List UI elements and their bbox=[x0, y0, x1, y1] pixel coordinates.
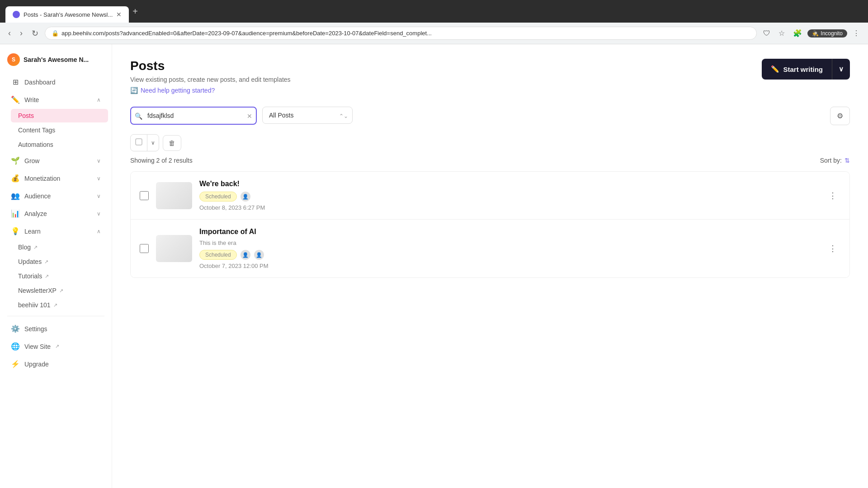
search-clear-button[interactable]: ✕ bbox=[247, 113, 252, 120]
tab-favicon bbox=[13, 11, 20, 18]
filter-select[interactable]: All Posts Published Draft Scheduled Arch… bbox=[262, 107, 353, 124]
sidebar-item-write[interactable]: ✏️ Write ∧ bbox=[4, 91, 108, 108]
sidebar-item-beehiiv101[interactable]: beehiiv 101 ↗ bbox=[11, 298, 108, 312]
sidebar-item-content-tags[interactable]: Content Tags bbox=[11, 123, 108, 137]
post-title-1[interactable]: We're back! bbox=[199, 180, 818, 188]
columns-filter-button[interactable]: ⚙ bbox=[830, 107, 850, 125]
viewsite-icon: 🌐 bbox=[11, 342, 20, 351]
sidebar-item-audience[interactable]: 👥 Audience ∨ bbox=[4, 188, 108, 204]
sidebar-item-upgrade[interactable]: ⚡ Upgrade bbox=[4, 356, 108, 372]
sidebar-item-tutorials[interactable]: Tutorials ↗ bbox=[11, 269, 108, 283]
status-badge-2: Scheduled bbox=[199, 250, 237, 260]
sidebar-item-dashboard[interactable]: ⊞ Dashboard bbox=[4, 74, 108, 90]
write-arrow-icon: ∧ bbox=[97, 97, 101, 103]
post-date-1: October 8, 2023 6:27 PM bbox=[199, 204, 818, 211]
sidebar-label-learn: Learn bbox=[24, 228, 41, 235]
page-header: Posts View existing posts, create new po… bbox=[130, 59, 850, 94]
sidebar-item-blog[interactable]: Blog ↗ bbox=[11, 240, 108, 254]
incognito-icon: 🕵 bbox=[812, 30, 819, 37]
post-checkbox-2[interactable] bbox=[140, 244, 149, 253]
sort-icon: ⇅ bbox=[844, 157, 850, 164]
sidebar-item-settings[interactable]: ⚙️ Settings bbox=[4, 320, 108, 337]
sidebar-label-settings: Settings bbox=[24, 325, 47, 333]
help-link[interactable]: 🔄 Need help getting started? bbox=[130, 87, 291, 94]
learn-icon: 💡 bbox=[11, 227, 20, 235]
search-input[interactable] bbox=[130, 107, 257, 125]
audience-icon-2b[interactable]: 👤 bbox=[254, 250, 264, 260]
lock-icon: 🔒 bbox=[52, 30, 59, 37]
sidebar-item-automations[interactable]: Automations bbox=[11, 138, 108, 151]
help-text: Need help getting started? bbox=[141, 87, 215, 94]
brand-name: Sarah's Awesome N... bbox=[24, 56, 89, 63]
app-container: S Sarah's Awesome N... ⊞ Dashboard ✏️ Wr… bbox=[0, 44, 868, 488]
menu-button[interactable]: ⋮ bbox=[850, 27, 863, 39]
bookmark-icon[interactable]: ☆ bbox=[776, 27, 788, 39]
sidebar-label-updates: Updates bbox=[18, 258, 42, 265]
sidebar-item-grow[interactable]: 🌱 Grow ∨ bbox=[4, 152, 108, 169]
filter-select-wrap: All Posts Published Draft Scheduled Arch… bbox=[262, 107, 353, 125]
brand-section: S Sarah's Awesome N... bbox=[0, 50, 112, 73]
results-bar: Showing 2 of 2 results Sort by: ⇅ bbox=[130, 157, 850, 164]
page-title: Posts bbox=[130, 59, 291, 73]
checkbox-dropdown-arrow-icon[interactable]: ∨ bbox=[147, 136, 159, 150]
audience-icon: 👥 bbox=[11, 192, 20, 200]
status-badge-1: Scheduled bbox=[199, 192, 237, 202]
post-thumb-image-2 bbox=[156, 235, 192, 262]
columns-icon: ⚙ bbox=[837, 112, 843, 120]
audience-icon-2a[interactable]: 👤 bbox=[241, 250, 250, 260]
select-all-checkbox[interactable] bbox=[131, 135, 147, 151]
post-menu-button-2[interactable]: ⋮ bbox=[825, 242, 840, 255]
sidebar-item-learn[interactable]: 💡 Learn ∧ bbox=[4, 223, 108, 239]
address-bar[interactable]: 🔒 app.beehiiv.com/posts?advancedEnabled=… bbox=[45, 27, 757, 40]
tutorials-external-icon: ↗ bbox=[45, 273, 49, 279]
sidebar-item-monetization[interactable]: 💰 Monetization ∨ bbox=[4, 170, 108, 187]
sort-button[interactable]: Sort by: ⇅ bbox=[820, 157, 850, 164]
refresh-button[interactable]: ↻ bbox=[29, 27, 41, 40]
start-writing-button[interactable]: ✏️ Start writing ∨ bbox=[762, 59, 850, 80]
forward-button[interactable]: › bbox=[17, 27, 25, 40]
help-icon: 🔄 bbox=[130, 87, 138, 94]
sidebar-label-blog: Blog bbox=[18, 244, 31, 251]
grow-icon: 🌱 bbox=[11, 156, 20, 165]
sidebar-label-audience: Audience bbox=[24, 192, 51, 200]
viewsite-external-icon: ↗ bbox=[55, 343, 59, 349]
sidebar-item-updates[interactable]: Updates ↗ bbox=[11, 255, 108, 268]
list-toolbar: ∨ 🗑 bbox=[130, 134, 850, 151]
url-text: app.beehiiv.com/posts?advancedEnabled=0&… bbox=[61, 30, 750, 37]
sidebar-label-upgrade: Upgrade bbox=[24, 361, 49, 368]
newsletterxp-external-icon: ↗ bbox=[59, 288, 63, 294]
pencil-icon: ✏️ bbox=[771, 65, 779, 73]
post-date-2: October 7, 2023 12:00 PM bbox=[199, 263, 818, 269]
sidebar: S Sarah's Awesome N... ⊞ Dashboard ✏️ Wr… bbox=[0, 44, 112, 488]
back-button[interactable]: ‹ bbox=[5, 27, 14, 40]
checkbox-dropdown[interactable]: ∨ bbox=[130, 134, 159, 151]
new-tab-button[interactable]: + bbox=[129, 5, 142, 19]
delete-button[interactable]: 🗑 bbox=[163, 135, 181, 151]
incognito-badge: 🕵 Incognito bbox=[807, 29, 847, 38]
tab-close-button[interactable]: ✕ bbox=[116, 11, 122, 18]
post-menu-button-1[interactable]: ⋮ bbox=[825, 189, 840, 202]
browser-tabs: Posts - Sarah's Awesome Newsl... ✕ + bbox=[5, 0, 142, 23]
sidebar-label-monetization: Monetization bbox=[24, 175, 60, 182]
grow-arrow-icon: ∨ bbox=[97, 158, 101, 164]
active-tab[interactable]: Posts - Sarah's Awesome Newsl... ✕ bbox=[5, 6, 129, 23]
trash-icon: 🗑 bbox=[169, 139, 175, 147]
results-count: Showing 2 of 2 results bbox=[130, 157, 193, 164]
sidebar-divider bbox=[7, 316, 104, 316]
sidebar-item-posts[interactable]: Posts bbox=[11, 109, 108, 122]
sidebar-item-newsletterxp[interactable]: NewsletterXP ↗ bbox=[11, 284, 108, 297]
sidebar-label-analyze: Analyze bbox=[24, 210, 47, 217]
audience-arrow-icon: ∨ bbox=[97, 193, 101, 199]
audience-icon-1[interactable]: 👤 bbox=[241, 192, 250, 202]
brand-logo: S bbox=[7, 53, 20, 66]
post-title-2[interactable]: Importance of AI bbox=[199, 228, 818, 236]
extension-icon[interactable]: 🧩 bbox=[790, 27, 805, 39]
start-writing-chevron-icon[interactable]: ∨ bbox=[832, 59, 850, 80]
sidebar-label-automations: Automations bbox=[18, 141, 53, 148]
sidebar-item-analyze[interactable]: 📊 Analyze ∨ bbox=[4, 205, 108, 222]
sidebar-item-viewsite[interactable]: 🌐 View Site ↗ bbox=[4, 338, 108, 355]
post-checkbox-1[interactable] bbox=[140, 191, 149, 200]
sort-label: Sort by: bbox=[820, 157, 842, 164]
nav-actions: 🛡 ☆ 🧩 🕵 Incognito ⋮ bbox=[760, 27, 863, 39]
shield-icon[interactable]: 🛡 bbox=[760, 28, 773, 39]
